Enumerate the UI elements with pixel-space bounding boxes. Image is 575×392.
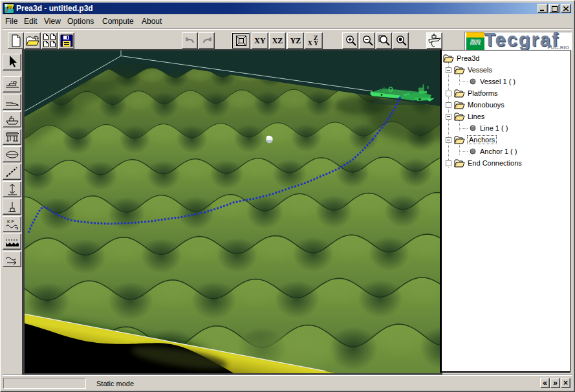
svg-text:BR: BR: [470, 38, 481, 46]
svg-text:K F: K F: [7, 219, 14, 224]
